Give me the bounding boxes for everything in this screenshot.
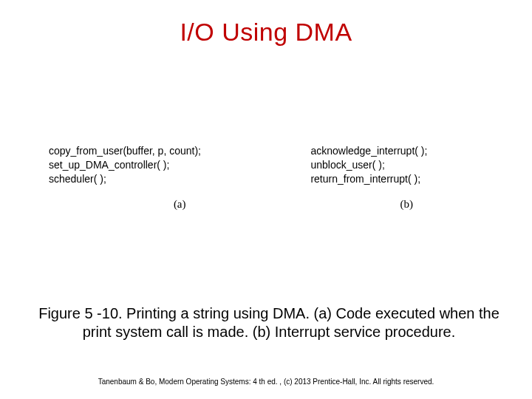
- code-line: copy_from_user(buffer, p, count);: [49, 144, 310, 158]
- code-line: acknowledge_interrupt( );: [310, 144, 502, 158]
- code-column-b: acknowledge_interrupt( ); unblock_user( …: [310, 144, 502, 211]
- slide-title: I/O Using DMA: [0, 18, 532, 47]
- slide: I/O Using DMA copy_from_user(buffer, p, …: [0, 0, 532, 399]
- column-label-b: (b): [310, 197, 502, 211]
- code-line: set_up_DMA_controller( );: [49, 158, 310, 172]
- figure-caption: Figure 5 -10. Printing a string using DM…: [33, 304, 505, 341]
- column-label-a: (a): [49, 197, 310, 211]
- code-line: scheduler( );: [49, 172, 310, 186]
- footer-credit: Tanenbaum & Bo, Modern Operating Systems…: [0, 378, 532, 386]
- code-line: return_from_interrupt( );: [310, 172, 502, 186]
- code-column-a: copy_from_user(buffer, p, count); set_up…: [49, 144, 310, 211]
- code-line: unblock_user( );: [310, 158, 502, 172]
- code-area: copy_from_user(buffer, p, count); set_up…: [49, 144, 502, 211]
